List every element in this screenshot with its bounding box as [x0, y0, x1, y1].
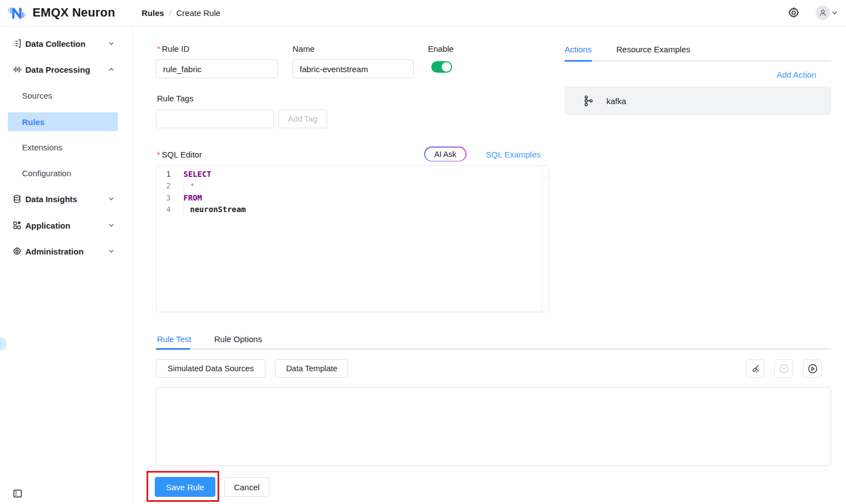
sql-code-text: neuronStream [178, 205, 246, 214]
sidebar-item-label: Administration [25, 247, 84, 256]
action-item-kafka[interactable]: kafka [565, 86, 831, 115]
user-menu-chevron-down-icon[interactable] [831, 9, 838, 17]
apps-icon [12, 220, 22, 230]
enable-toggle[interactable] [431, 61, 452, 73]
floating-helper-widget[interactable] [0, 337, 7, 351]
app-title: EMQX Neuron [32, 6, 115, 20]
user-avatar[interactable] [816, 6, 830, 20]
cancel-button[interactable]: Cancel [224, 477, 269, 497]
pause-test-button[interactable] [774, 359, 793, 378]
sidebar-item-label: Extensions [22, 143, 62, 152]
sql-code-text: * [178, 181, 194, 190]
rule-id-input[interactable] [156, 59, 278, 78]
breadcrumb-rules-link[interactable]: Rules [142, 8, 164, 18]
name-input[interactable] [292, 59, 414, 78]
test-tab-indicator [156, 348, 190, 350]
sidebar-item-label: Data Insights [25, 194, 77, 204]
list-icon [12, 39, 22, 48]
app-root: EMQX Neuron Rules / Create Rule [0, 0, 846, 504]
chevron-down-icon [108, 248, 115, 254]
add-action-link[interactable]: Add Action [777, 70, 816, 79]
indent-guide [183, 180, 184, 215]
sidebar-item-rules[interactable]: Rules [8, 112, 118, 131]
sql-line: 1 SELECT [156, 168, 549, 180]
test-tab-track [156, 348, 831, 350]
sidebar-item-label: Application [25, 221, 70, 230]
editor-scrollbar[interactable] [541, 166, 549, 312]
clean-icon [750, 364, 761, 374]
run-test-button[interactable] [803, 359, 822, 378]
line-number: 4 [156, 205, 178, 214]
sidebar-item-label: Data Processing [25, 65, 90, 74]
ai-ask-button[interactable]: AI Ask [424, 147, 467, 161]
tab-actions[interactable]: Actions [565, 45, 592, 54]
sidebar-item-data-processing[interactable]: Data Processing [0, 60, 133, 79]
add-tag-button[interactable]: Add Tag [278, 110, 327, 128]
top-header: EMQX Neuron Rules / Create Rule [0, 0, 846, 26]
tab-rule-test[interactable]: Rule Test [157, 334, 191, 344]
breadcrumb-current-page: Create Rule [176, 8, 220, 18]
sidebar-item-sources[interactable]: Sources [0, 86, 133, 105]
sidebar: Data Collection Data Processing Sources … [0, 26, 133, 504]
kafka-icon [582, 94, 594, 107]
gear-icon [12, 246, 22, 256]
save-rule-button[interactable]: Save Rule [155, 477, 215, 497]
enable-label: Enable [428, 44, 454, 53]
sql-line: 4 neuronStream [156, 204, 549, 216]
sql-code-text: SELECT [178, 170, 212, 178]
line-number: 2 [156, 181, 178, 190]
chevron-down-icon [108, 196, 115, 202]
tab-rule-options[interactable]: Rule Options [214, 334, 262, 344]
user-icon [818, 8, 828, 18]
chevron-down-icon [108, 40, 115, 47]
ai-ask-label: AI Ask [425, 148, 466, 161]
sidebar-item-label: Sources [22, 91, 52, 100]
neuron-logo-icon [7, 5, 29, 20]
line-number: 3 [156, 193, 178, 202]
sql-line: 2 * [156, 180, 549, 192]
sql-line: 3 FROM [156, 192, 549, 204]
sidebar-item-label: Configuration [22, 169, 71, 178]
chevron-down-icon [108, 222, 115, 229]
sidebar-item-application[interactable]: Application [0, 216, 133, 235]
clear-output-button[interactable] [746, 359, 764, 378]
pause-icon [778, 363, 790, 375]
sidebar-item-label: Rules [22, 117, 45, 127]
sidebar-item-configuration[interactable]: Configuration [0, 164, 133, 182]
database-icon [12, 194, 22, 204]
equalizer-icon [12, 64, 22, 74]
sidebar-item-label: Data Collection [25, 39, 85, 48]
toggle-knob [442, 62, 451, 72]
play-icon [807, 363, 818, 375]
sidebar-item-extensions[interactable]: Extensions [0, 138, 133, 156]
simulated-data-sources-button[interactable]: Simulated Data Sources [156, 359, 265, 378]
breadcrumb-separator: / [169, 8, 171, 18]
editor-scrollbar-divider [541, 177, 549, 177]
actions-tab-indicator [565, 60, 592, 62]
actions-tab-track [565, 60, 831, 62]
data-template-button[interactable]: Data Template [275, 359, 348, 378]
line-number: 1 [156, 170, 178, 178]
sidebar-item-data-collection[interactable]: Data Collection [0, 34, 133, 53]
name-label: Name [292, 44, 314, 53]
tab-resource-examples[interactable]: Resource Examples [616, 45, 690, 54]
app-logo[interactable]: EMQX Neuron [7, 5, 115, 20]
sql-code-editor[interactable]: 1 SELECT 2 * 3 FROM 4 neuronStream [156, 165, 549, 312]
sql-examples-link[interactable]: SQL Examples [486, 150, 541, 159]
sql-code-text: FROM [178, 193, 202, 202]
sidebar-item-administration[interactable]: Administration [0, 242, 133, 261]
rule-tags-input[interactable] [156, 110, 274, 128]
action-item-label: kafka [606, 96, 626, 106]
sql-editor-label: *SQL Editor [157, 150, 202, 159]
rule-tags-label: Rule Tags [157, 94, 193, 103]
chevron-up-icon [108, 66, 115, 73]
rule-id-label: *Rule ID [157, 44, 189, 53]
breadcrumb: Rules / Create Rule [142, 8, 220, 18]
collapse-sidebar-icon[interactable] [12, 488, 23, 499]
sidebar-item-data-insights[interactable]: Data Insights [0, 189, 133, 208]
settings-gear-icon[interactable] [787, 6, 800, 19]
required-mark: * [157, 150, 160, 159]
test-output-area[interactable] [156, 387, 831, 466]
required-mark: * [157, 44, 160, 53]
